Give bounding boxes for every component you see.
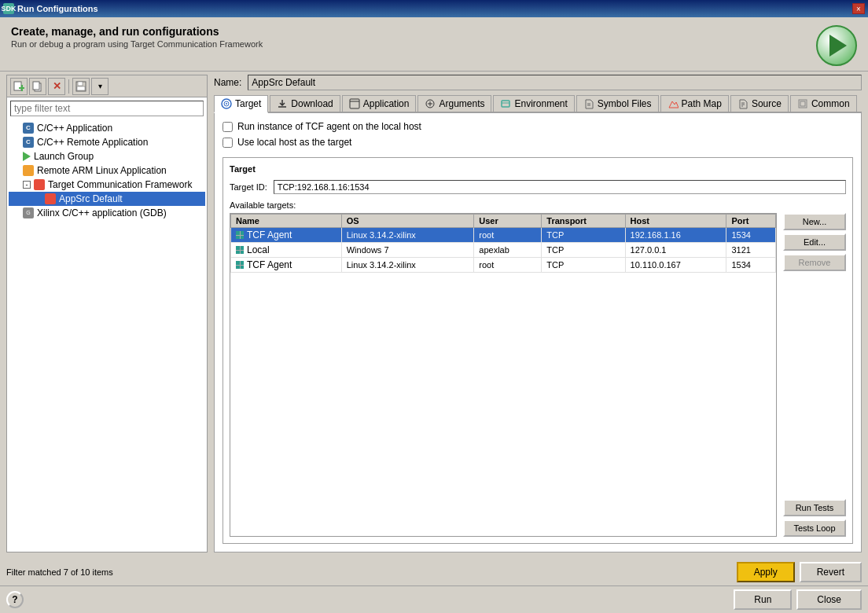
remove-target-button[interactable]: Remove	[783, 254, 846, 271]
name-row: Name: AppSrc Default	[214, 75, 862, 90]
dialog-title: Create, manage, and run configurations	[11, 25, 263, 38]
checkbox-1-label: Run instance of TCF agent on the local h…	[237, 121, 421, 132]
cpp-app-icon: C	[23, 123, 34, 134]
pathmap-tab-icon	[668, 98, 679, 109]
table-row[interactable]: TCF Agent Linux 3.14.2-xilinx root TCP 1…	[231, 258, 776, 273]
row-3-user: root	[474, 258, 542, 273]
tab-environment-label: Environment	[514, 98, 567, 109]
symbol-tab-icon	[583, 98, 594, 109]
available-targets-label: Available targets:	[230, 200, 846, 210]
run-tests-button[interactable]: Run Tests	[783, 499, 846, 516]
help-button[interactable]: ?	[6, 591, 24, 608]
filter-input[interactable]	[10, 101, 204, 116]
tree-item-appsrc-default[interactable]: AppSrc Default	[9, 192, 205, 206]
row-3-os: Linux 3.14.2-xilinx	[341, 258, 474, 273]
targets-table: Name OS User Transport Host Port	[230, 214, 776, 273]
save-config-button[interactable]	[72, 78, 90, 95]
col-transport: Transport	[542, 215, 625, 228]
tab-application-label: Application	[363, 98, 410, 109]
col-port: Port	[726, 215, 776, 228]
apply-button[interactable]: Apply	[737, 562, 795, 582]
tree-item-cpp-app[interactable]: C C/C++ Application	[9, 121, 205, 135]
duplicate-config-button[interactable]	[29, 78, 46, 95]
common-tab-icon	[797, 98, 808, 109]
use-localhost-checkbox[interactable]	[223, 138, 233, 148]
tree-expand-tcf[interactable]: -	[23, 181, 31, 189]
revert-button[interactable]: Revert	[800, 562, 862, 582]
run-button[interactable]: Run	[734, 589, 792, 610]
delete-config-button[interactable]: ✕	[48, 78, 65, 95]
edit-target-button[interactable]: Edit...	[783, 233, 846, 251]
row-1-name: TCF Agent	[231, 228, 342, 243]
run-tcf-checkbox[interactable]	[223, 122, 233, 132]
tab-path-map[interactable]: Path Map	[660, 95, 729, 112]
row-1-transport: TCP	[542, 228, 625, 243]
svg-rect-7	[77, 86, 85, 90]
table-row[interactable]: TCF Agent Linux 3.14.2-xilinx root TCP 1…	[231, 228, 776, 243]
row-1-user: root	[474, 228, 542, 243]
row-1-host: 192.168.1.16	[625, 228, 726, 243]
row-3-transport: TCP	[542, 258, 625, 273]
tab-download[interactable]: Download	[270, 95, 340, 112]
tree-item-tcf[interactable]: - Target Communication Framework	[9, 178, 205, 192]
remote-arm-icon	[23, 165, 34, 176]
tab-symbol-files[interactable]: Symbol Files	[576, 95, 659, 112]
footer: ? Run Close	[0, 585, 868, 613]
tab-target-label: Target	[235, 98, 261, 109]
tab-download-label: Download	[291, 98, 333, 109]
new-target-button[interactable]: New...	[783, 213, 846, 230]
download-tab-icon	[277, 98, 288, 109]
cpp-remote-icon: C	[23, 137, 34, 148]
tab-common[interactable]: Common	[790, 95, 857, 112]
close-button[interactable]: Close	[796, 589, 862, 610]
svg-rect-11	[350, 99, 359, 108]
window-close-button[interactable]: ×	[852, 3, 865, 14]
name-label: Name:	[214, 77, 241, 88]
action-buttons: Apply Revert	[737, 562, 862, 582]
tree-item-launch-group[interactable]: Launch Group	[9, 149, 205, 163]
col-host: Host	[625, 215, 726, 228]
title-bar: SDK Run Configurations ×	[0, 0, 868, 17]
tree-item-cpp-remote[interactable]: C C/C++ Remote Application	[9, 135, 205, 149]
tree-item-label: Launch Group	[34, 151, 94, 162]
launch-icon	[23, 152, 31, 161]
run-icon	[816, 25, 857, 66]
name-value: AppSrc Default	[248, 75, 862, 90]
row-2-transport: TCP	[542, 243, 625, 258]
target-id-label: Target ID:	[230, 182, 267, 192]
checkbox-row-1: Run instance of TCF agent on the local h…	[223, 121, 853, 132]
env-tab-icon	[500, 98, 511, 109]
target-icon	[236, 231, 244, 239]
app-icon: SDK	[3, 3, 14, 14]
target-side-buttons: New... Edit... Remove Run Tests Tests Lo…	[783, 213, 846, 537]
tcf-icon	[34, 179, 45, 190]
svg-rect-16	[502, 101, 509, 107]
tab-arguments[interactable]: Arguments	[417, 95, 491, 112]
tab-source[interactable]: Source	[730, 95, 789, 112]
tab-environment[interactable]: Environment	[493, 95, 574, 112]
col-user: User	[474, 215, 542, 228]
target-id-value[interactable]: TCP:192.168.1.16:1534	[274, 180, 846, 194]
target-group-title: Target	[230, 164, 846, 174]
window-title: Run Configurations	[17, 4, 98, 13]
row-2-port: 3121	[726, 243, 776, 258]
targets-area: Name OS User Transport Host Port	[230, 213, 846, 537]
new-config-button[interactable]	[10, 78, 28, 95]
tree-item-xilinx-gdb[interactable]: G Xilinx C/C++ application (GDB)	[9, 206, 205, 220]
target-icon	[236, 246, 244, 254]
row-3-port: 1534	[726, 258, 776, 273]
tab-target[interactable]: Target	[214, 95, 268, 113]
tab-path-map-label: Path Map	[682, 98, 722, 109]
row-1-os: Linux 3.14.2-xilinx	[341, 228, 474, 243]
footer-buttons: Run Close	[734, 589, 862, 610]
table-row[interactable]: Local Windows 7 apexlab TCP 127.0.0.1 31…	[231, 243, 776, 258]
tab-arguments-label: Arguments	[439, 98, 484, 109]
row-2-os: Windows 7	[341, 243, 474, 258]
svg-point-10	[226, 103, 227, 105]
toolbar-separator	[68, 79, 69, 94]
tests-loop-button[interactable]: Tests Loop	[783, 519, 846, 537]
tree-item-label: AppSrc Default	[59, 193, 123, 204]
tree-item-remote-arm[interactable]: Remote ARM Linux Application	[9, 163, 205, 178]
tab-application[interactable]: Application	[342, 95, 417, 112]
more-config-button[interactable]: ▾	[91, 78, 108, 95]
